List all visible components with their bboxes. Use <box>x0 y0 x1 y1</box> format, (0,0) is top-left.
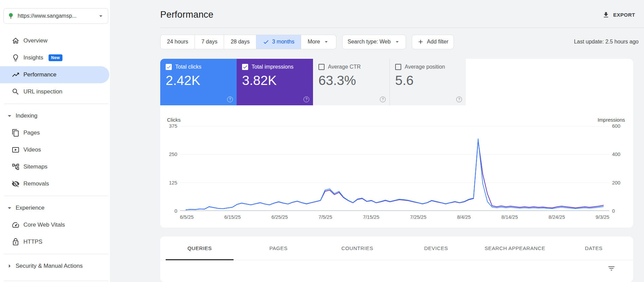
sidebar-item-videos[interactable]: Videos <box>0 141 110 158</box>
range-label: 3 months <box>272 39 294 45</box>
axis-titles: Clicks Impressions <box>167 117 625 123</box>
left-axis-ticks: 375 250 125 0 <box>167 126 177 211</box>
metric-label: Total impressions <box>252 64 294 70</box>
chart-plot-area[interactable] <box>180 126 609 211</box>
metric-card-total-clicks[interactable]: Total clicks 2.42K ? <box>160 59 237 105</box>
sidebar-item-removals[interactable]: Removals <box>0 175 110 192</box>
filter-list-icon[interactable] <box>607 264 615 272</box>
range-28-days-button[interactable]: 28 days <box>224 35 256 49</box>
sidebar-item-overview[interactable]: Overview <box>0 32 110 49</box>
sidebar-item-sitemaps[interactable]: Sitemaps <box>0 158 110 175</box>
tick-label: 125 <box>167 180 177 186</box>
range-24-hours-button[interactable]: 24 hours <box>160 35 195 49</box>
download-icon <box>602 11 610 19</box>
export-button[interactable]: EXPORT <box>602 11 635 19</box>
tick-label: 0 <box>167 208 177 214</box>
add-filter-button[interactable]: Add filter <box>412 35 454 49</box>
chart-body: 375 250 125 0 600 <box>167 126 625 211</box>
tick-label: 7/25/25 <box>410 214 426 220</box>
section-label: Indexing <box>16 112 37 119</box>
app-root: https://www.sangamsp... Overview Insight… <box>0 0 644 282</box>
sidebar-item-core-web-vitals[interactable]: Core Web Vitals <box>0 216 110 233</box>
help-icon[interactable]: ? <box>380 96 386 102</box>
sidebar-item-label: Performance <box>23 71 56 78</box>
tab-dates[interactable]: DATES <box>554 236 633 260</box>
last-update-text: Last update: 2.5 hours ago <box>574 39 639 45</box>
sidebar-item-insights[interactable]: Insights New <box>0 49 110 66</box>
tick-label: 7/15/25 <box>363 214 379 220</box>
metric-card-total-impressions[interactable]: Total impressions 3.82K ? <box>237 59 313 105</box>
date-range-group: 24 hours 7 days 28 days 3 months More <box>160 35 336 49</box>
range-3-months-button[interactable]: 3 months <box>256 35 301 49</box>
tab-pages[interactable]: PAGES <box>239 236 318 260</box>
search-type-dropdown[interactable]: Search type: Web <box>342 35 406 49</box>
sidebar-item-label: Insights <box>23 54 43 61</box>
sidebar-item-url-inspection[interactable]: URL inspection <box>0 83 110 100</box>
tick-label: 6/25/25 <box>271 214 288 220</box>
metric-card-average-ctr[interactable]: Average CTR 63.3% ? <box>313 59 389 105</box>
sidebar-item-label: URL inspection <box>23 88 62 95</box>
tab-search-appearance[interactable]: SEARCH APPEARANCE <box>476 236 554 260</box>
sidebar-item-label: HTTPS <box>23 239 42 245</box>
chevron-down-icon <box>5 112 14 120</box>
home-icon <box>12 37 20 45</box>
range-label: 7 days <box>201 39 217 45</box>
pages-icon <box>12 129 20 137</box>
sidebar-item-label: Videos <box>23 146 41 153</box>
tab-devices[interactable]: DEVICES <box>397 236 476 260</box>
page-header: Performance EXPORT <box>110 0 644 20</box>
checkbox-checked-icon[interactable] <box>242 64 248 70</box>
tick-label: 6/5/25 <box>180 214 194 220</box>
help-icon[interactable]: ? <box>456 96 462 102</box>
tick-label: 8/4/25 <box>457 214 471 220</box>
sidebar-section-indexing[interactable]: Indexing <box>0 107 110 124</box>
sidebar-section-experience[interactable]: Experience <box>0 199 110 216</box>
chevron-right-icon <box>5 262 14 270</box>
sitemap-icon <box>12 163 20 171</box>
range-7-days-button[interactable]: 7 days <box>195 35 224 49</box>
section-label: Security & Manual Actions <box>16 263 82 269</box>
sidebar-item-label: Sitemaps <box>23 163 48 170</box>
checkbox-unchecked-icon[interactable] <box>395 64 401 70</box>
property-selector[interactable]: https://www.sangamsp... <box>3 8 108 24</box>
tab-countries[interactable]: COUNTRIES <box>318 236 397 260</box>
range-more-button[interactable]: More <box>301 35 336 49</box>
tab-label: DATES <box>585 245 603 251</box>
metric-value: 3.82K <box>242 73 308 88</box>
divider <box>4 104 109 104</box>
divider <box>4 196 109 196</box>
range-label: 28 days <box>231 39 250 45</box>
sidebar: https://www.sangamsp... Overview Insight… <box>0 0 110 282</box>
checkbox-checked-icon[interactable] <box>166 64 172 70</box>
metric-label: Average CTR <box>328 64 361 70</box>
help-icon[interactable]: ? <box>227 96 233 102</box>
series-clicks-line <box>186 139 604 210</box>
sidebar-item-label: Core Web Vitals <box>23 222 65 228</box>
speed-gauge-icon <box>12 221 20 229</box>
sidebar-item-performance[interactable]: Performance <box>0 66 109 83</box>
sidebar-item-label: Overview <box>23 37 48 44</box>
chevron-down-icon <box>323 38 330 45</box>
right-axis-ticks: 600 400 200 0 <box>612 126 625 211</box>
tab-queries[interactable]: QUERIES <box>160 236 239 260</box>
performance-panel: Total clicks 2.42K ? Total impressions 3… <box>160 59 633 228</box>
tab-label: PAGES <box>269 245 288 251</box>
tick-label: 375 <box>167 123 177 129</box>
add-filter-label: Add filter <box>427 39 448 45</box>
metric-card-average-position[interactable]: Average position 5.6 ? <box>389 59 466 105</box>
lightbulb-icon <box>12 54 20 62</box>
tab-label: COUNTRIES <box>342 245 373 251</box>
sidebar-item-https[interactable]: HTTPS <box>0 233 110 250</box>
sidebar-section-security[interactable]: Security & Manual Actions <box>0 258 110 275</box>
new-badge: New <box>49 54 63 61</box>
tick-label: 400 <box>612 152 625 157</box>
video-icon <box>12 146 20 154</box>
checkbox-unchecked-icon[interactable] <box>318 64 325 70</box>
help-icon[interactable]: ? <box>303 96 309 102</box>
tick-label: 9/3/25 <box>596 214 609 220</box>
performance-chart: Clicks Impressions 375 250 125 0 <box>160 105 633 228</box>
sidebar-item-pages[interactable]: Pages <box>0 124 110 141</box>
metric-label: Total clicks <box>175 64 201 70</box>
tick-label: 600 <box>612 123 625 129</box>
tick-label: 8/14/25 <box>501 214 518 220</box>
